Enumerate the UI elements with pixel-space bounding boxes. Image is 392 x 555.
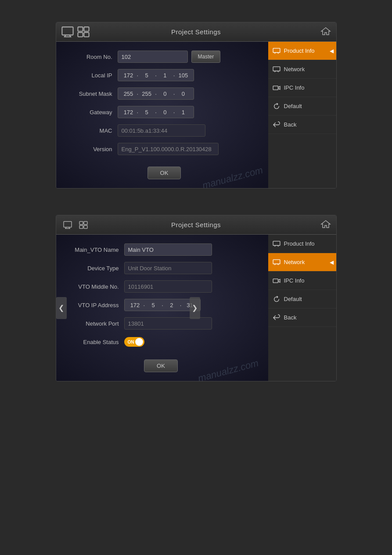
sidebar-item-product-info[interactable]: Product Info ◀	[268, 42, 336, 60]
sidebar-label-ipc-info: IPC Info	[284, 84, 305, 91]
version-input	[118, 143, 219, 155]
sidebar-item-back[interactable]: Back	[268, 116, 336, 134]
vto-ip-1[interactable]	[127, 302, 143, 308]
svg-rect-20	[84, 221, 87, 225]
svg-rect-8	[273, 48, 280, 52]
panel1-ok-button[interactable]: OK	[147, 167, 181, 179]
local-ip-group: · · ·	[118, 69, 194, 81]
p2-network-icon	[273, 259, 281, 265]
svg-rect-15	[64, 221, 72, 227]
p2-sidebar-item-default[interactable]: Default	[268, 290, 336, 308]
svg-rect-19	[79, 221, 83, 225]
p2-camera-icon	[273, 278, 281, 284]
subnet-2[interactable]	[139, 91, 155, 97]
p2-sidebar-label-back: Back	[284, 314, 297, 321]
p2-chevron-icon: ◀	[330, 259, 334, 265]
local-ip-3[interactable]	[157, 72, 173, 79]
gw-4[interactable]	[175, 109, 191, 116]
master-button[interactable]: Master	[191, 51, 221, 63]
subnet-1[interactable]	[121, 91, 137, 97]
gateway-row: Gateway · · ·	[69, 106, 259, 118]
toggle-on-text: ON	[128, 340, 134, 345]
subnet-4[interactable]	[175, 91, 191, 97]
svg-rect-26	[273, 259, 280, 264]
toggle-container: ON	[124, 337, 144, 347]
toggle-knob	[135, 338, 143, 346]
p2-back-icon	[273, 315, 281, 321]
svg-rect-6	[78, 33, 83, 37]
panel2-header-icons-left	[61, 220, 90, 230]
svg-rect-29	[273, 279, 278, 283]
version-row: Version	[69, 143, 259, 155]
gw-2[interactable]	[139, 109, 155, 116]
vto-ip-3[interactable]	[164, 302, 180, 308]
panel1: Project Settings Room No. Master Local I…	[56, 22, 337, 189]
vto-ip-label: VTO IP Address	[72, 302, 124, 308]
p2-sidebar-item-product-info[interactable]: Product Info	[268, 235, 336, 253]
panel1-sidebar: Product Info ◀ Network	[268, 42, 336, 188]
monitor-icon	[61, 27, 74, 37]
nav-arrow-right[interactable]: ❯	[190, 297, 200, 319]
p2-refresh-icon	[273, 296, 281, 302]
room-no-input[interactable]	[118, 51, 188, 63]
panel2: Project Settings ❮ ❯ Main_VTO Name D	[56, 215, 337, 381]
refresh-icon	[273, 103, 281, 109]
p2-sidebar-item-back[interactable]: Back	[268, 308, 336, 327]
p2-sidebar-label-ipc-info: IPC Info	[284, 277, 305, 284]
main-vto-name-label: Main_VTO Name	[72, 247, 124, 253]
camera-icon	[273, 85, 281, 91]
p2-sidebar-item-network[interactable]: Network ◀	[268, 253, 336, 272]
version-label: Version	[69, 146, 118, 152]
panel1-home-icon[interactable]	[320, 26, 331, 38]
sidebar-item-ipc-info[interactable]: IPC Info	[268, 79, 336, 97]
device-type-label: Device Type	[72, 265, 124, 272]
svg-rect-4	[78, 27, 83, 31]
panel2-ok-button[interactable]: OK	[144, 359, 178, 372]
local-ip-4[interactable]	[175, 72, 191, 79]
room-no-label: Room No.	[69, 54, 118, 60]
vto-middle-no-input	[124, 280, 212, 293]
local-ip-2[interactable]	[139, 72, 155, 79]
panel2-body: ❮ ❯ Main_VTO Name Device Type VTO Middle…	[56, 235, 336, 381]
sidebar-label-default: Default	[284, 103, 302, 109]
local-ip-1[interactable]	[121, 72, 137, 79]
svg-rect-23	[273, 241, 280, 245]
vto-middle-no-label: VTO Middle No.	[72, 283, 124, 290]
panel1-body: Room No. Master Local IP · · ·	[56, 42, 336, 188]
mac-label: MAC	[69, 127, 118, 134]
enable-status-label: Enable Status	[72, 339, 124, 345]
panel1-header-icons-left	[61, 27, 90, 37]
sidebar-label-network: Network	[284, 66, 305, 73]
sidebar-label-product-info: Product Info	[284, 47, 315, 54]
svg-rect-21	[79, 225, 83, 229]
nav-arrow-left[interactable]: ❮	[56, 297, 67, 319]
subnet-3[interactable]	[157, 91, 173, 97]
network-monitor-icon	[273, 66, 281, 73]
svg-rect-5	[84, 27, 89, 31]
monitor-icon2	[61, 220, 74, 230]
room-no-input-group: Master	[118, 51, 221, 63]
subnet-mask-group: · · ·	[118, 87, 194, 100]
network-port-input	[124, 317, 212, 330]
panel1-content: Room No. Master Local IP · · ·	[56, 42, 268, 188]
toggle-on-button[interactable]: ON	[124, 337, 144, 347]
mac-input	[118, 124, 205, 137]
monitor-icon	[273, 48, 281, 54]
panel2-content: ❮ ❯ Main_VTO Name Device Type VTO Middle…	[56, 235, 268, 381]
main-vto-name-input[interactable]	[124, 243, 212, 256]
panel2-home-icon[interactable]	[320, 219, 331, 231]
device-type-input	[124, 262, 212, 274]
p2-sidebar-item-ipc-info[interactable]: IPC Info	[268, 272, 336, 290]
p2-sidebar-label-product-info: Product Info	[284, 240, 315, 247]
sidebar-item-default[interactable]: Default	[268, 97, 336, 116]
sidebar-label-back: Back	[284, 121, 297, 128]
enable-status-row: Enable Status ON	[72, 336, 251, 348]
room-no-row: Room No. Master	[69, 51, 259, 63]
gw-1[interactable]	[121, 109, 137, 116]
grid-icon2	[77, 220, 90, 230]
panel1-title: Project Settings	[171, 28, 221, 36]
vto-ip-2[interactable]	[145, 302, 161, 308]
sidebar-item-network[interactable]: Network	[268, 60, 336, 79]
p2-monitor-icon	[273, 241, 281, 247]
gw-3[interactable]	[157, 109, 173, 116]
